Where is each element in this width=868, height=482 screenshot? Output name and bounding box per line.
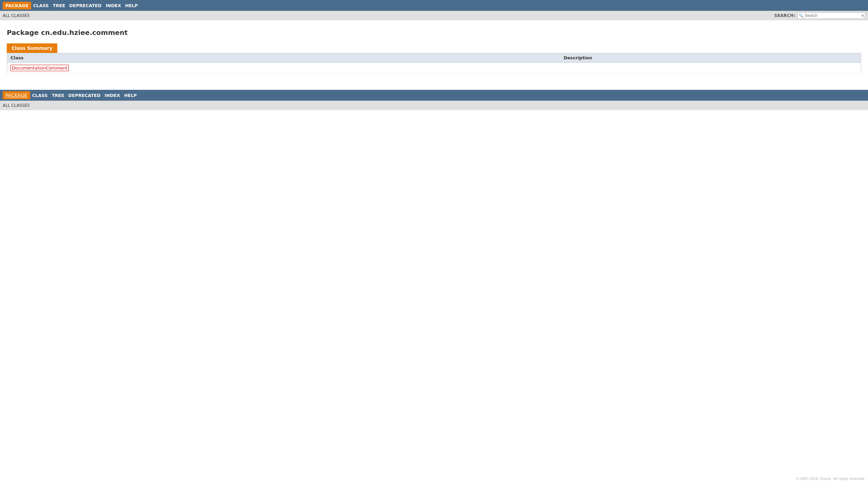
search-input-wrapper: 🔍 × [797, 12, 865, 19]
footer-all-classes-link[interactable]: ALL CLASSES [3, 103, 29, 108]
footer-nav-help[interactable]: HELP [122, 92, 139, 99]
main-content: Package cn.edu.hziee.comment Class Summa… [0, 20, 868, 79]
class-link[interactable]: DocumentationComment [11, 65, 69, 71]
footer-subbar: ALL CLASSES [0, 101, 868, 110]
nav-index[interactable]: INDEX [104, 2, 123, 9]
nav-package[interactable]: PACKAGE [3, 2, 31, 9]
class-column-header: Class [7, 53, 560, 63]
footer-nav-index[interactable]: INDEX [103, 92, 122, 99]
search-clear-icon[interactable]: × [861, 13, 864, 18]
class-summary-table: Class Description DocumentationComment [7, 53, 861, 74]
footer-nav-package[interactable]: PACKAGE [3, 91, 30, 99]
class-summary-tab[interactable]: Class Summary [7, 43, 57, 53]
nav-tree[interactable]: TREE [51, 2, 67, 9]
all-classes-link[interactable]: ALL CLASSES [3, 13, 29, 18]
search-input[interactable] [797, 12, 865, 19]
nav-class[interactable]: CLASS [31, 2, 51, 9]
footer-nav-bar: PACKAGE CLASS TREE DEPRECATED INDEX HELP [0, 90, 868, 101]
description-cell [560, 63, 861, 74]
table-row: DocumentationComment [7, 63, 861, 74]
class-cell: DocumentationComment [7, 63, 560, 74]
top-nav-bar: PACKAGE CLASS TREE DEPRECATED INDEX HELP [0, 0, 868, 11]
page-title: Package cn.edu.hziee.comment [7, 28, 861, 37]
description-column-header: Description [560, 53, 861, 63]
search-label: SEARCH: [774, 13, 795, 18]
nav-help[interactable]: HELP [123, 2, 140, 9]
top-subbar: ALL CLASSES SEARCH: 🔍 × [0, 11, 868, 20]
search-area: SEARCH: 🔍 × [774, 12, 865, 19]
search-icon: 🔍 [799, 14, 804, 18]
nav-deprecated[interactable]: DEPRECATED [67, 2, 103, 9]
footer-nav-deprecated[interactable]: DEPRECATED [66, 92, 102, 99]
footer-nav-tree[interactable]: TREE [50, 92, 66, 99]
subbar-left: ALL CLASSES [3, 13, 29, 18]
footer-nav-class[interactable]: CLASS [30, 92, 50, 99]
